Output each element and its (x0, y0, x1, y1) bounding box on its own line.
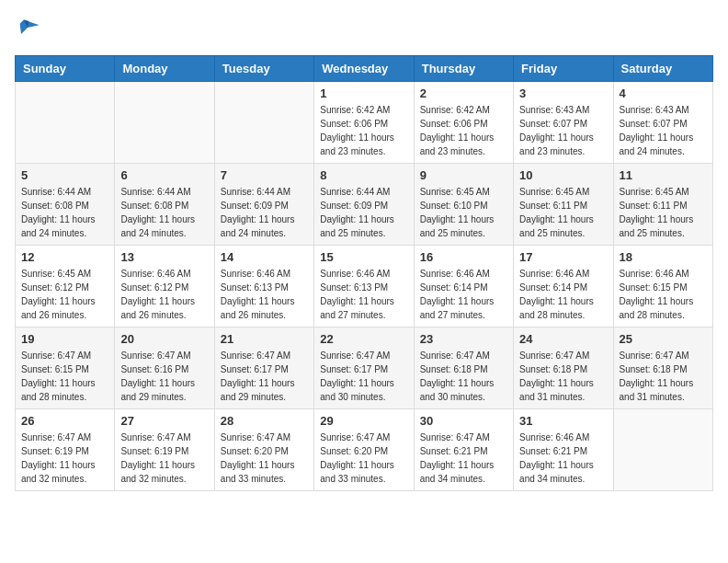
day-info: Sunrise: 6:45 AMSunset: 6:11 PMDaylight:… (519, 185, 607, 240)
calendar-cell: 13 Sunrise: 6:46 AMSunset: 6:12 PMDaylig… (115, 246, 214, 327)
calendar-cell: 1 Sunrise: 6:42 AMSunset: 6:06 PMDayligh… (314, 82, 414, 164)
calendar-header-row: SundayMondayTuesdayWednesdayThursdayFrid… (16, 56, 713, 82)
calendar-cell: 8 Sunrise: 6:44 AMSunset: 6:09 PMDayligh… (314, 164, 414, 246)
calendar-cell: 11 Sunrise: 6:45 AMSunset: 6:11 PMDaylig… (613, 164, 712, 246)
day-number: 18 (620, 250, 707, 264)
day-info: Sunrise: 6:42 AMSunset: 6:06 PMDaylight:… (420, 103, 507, 158)
day-info: Sunrise: 6:47 AMSunset: 6:15 PMDaylight:… (21, 349, 108, 404)
day-number: 19 (21, 332, 108, 346)
day-number: 8 (320, 168, 407, 182)
day-info: Sunrise: 6:46 AMSunset: 6:15 PMDaylight:… (620, 267, 707, 322)
day-number: 13 (120, 250, 208, 264)
calendar-cell: 10 Sunrise: 6:45 AMSunset: 6:11 PMDaylig… (514, 164, 613, 246)
logo (15, 15, 44, 44)
day-info: Sunrise: 6:44 AMSunset: 6:09 PMDaylight:… (320, 185, 407, 240)
day-number: 12 (21, 250, 108, 264)
calendar-cell (613, 409, 712, 491)
calendar-cell: 14 Sunrise: 6:46 AMSunset: 6:13 PMDaylig… (214, 246, 313, 327)
day-info: Sunrise: 6:42 AMSunset: 6:06 PMDaylight:… (320, 103, 407, 158)
day-of-week-header: Thursday (414, 56, 513, 82)
day-info: Sunrise: 6:44 AMSunset: 6:09 PMDaylight:… (221, 185, 308, 240)
day-info: Sunrise: 6:47 AMSunset: 6:20 PMDaylight:… (221, 431, 308, 486)
day-info: Sunrise: 6:47 AMSunset: 6:17 PMDaylight:… (221, 349, 308, 404)
day-info: Sunrise: 6:45 AMSunset: 6:10 PMDaylight:… (420, 185, 507, 240)
day-info: Sunrise: 6:47 AMSunset: 6:19 PMDaylight:… (120, 431, 208, 486)
calendar-cell: 27 Sunrise: 6:47 AMSunset: 6:19 PMDaylig… (115, 409, 214, 491)
day-info: Sunrise: 6:46 AMSunset: 6:14 PMDaylight:… (519, 267, 607, 322)
calendar-cell: 6 Sunrise: 6:44 AMSunset: 6:08 PMDayligh… (115, 164, 214, 246)
calendar-cell: 7 Sunrise: 6:44 AMSunset: 6:09 PMDayligh… (214, 164, 313, 246)
day-number: 5 (21, 168, 108, 182)
calendar-cell: 3 Sunrise: 6:43 AMSunset: 6:07 PMDayligh… (514, 82, 613, 164)
day-info: Sunrise: 6:47 AMSunset: 6:18 PMDaylight:… (620, 349, 707, 404)
calendar-week-row: 26 Sunrise: 6:47 AMSunset: 6:19 PMDaylig… (16, 409, 713, 491)
calendar-week-row: 1 Sunrise: 6:42 AMSunset: 6:06 PMDayligh… (16, 82, 713, 164)
day-info: Sunrise: 6:46 AMSunset: 6:21 PMDaylight:… (519, 431, 607, 486)
day-number: 21 (221, 332, 308, 346)
calendar-cell: 30 Sunrise: 6:47 AMSunset: 6:21 PMDaylig… (414, 409, 513, 491)
day-info: Sunrise: 6:46 AMSunset: 6:13 PMDaylight:… (320, 267, 407, 322)
calendar-cell (214, 82, 313, 164)
calendar-cell (16, 82, 115, 164)
page-header (15, 15, 713, 44)
calendar-week-row: 12 Sunrise: 6:45 AMSunset: 6:12 PMDaylig… (16, 246, 713, 327)
logo-icon (15, 15, 40, 44)
calendar-cell: 25 Sunrise: 6:47 AMSunset: 6:18 PMDaylig… (613, 327, 712, 409)
day-number: 29 (320, 414, 407, 428)
svg-marker-0 (20, 20, 40, 34)
day-of-week-header: Friday (514, 56, 613, 82)
calendar-cell: 16 Sunrise: 6:46 AMSunset: 6:14 PMDaylig… (414, 246, 513, 327)
day-number: 26 (21, 414, 108, 428)
day-of-week-header: Monday (115, 56, 214, 82)
calendar-cell: 26 Sunrise: 6:47 AMSunset: 6:19 PMDaylig… (16, 409, 115, 491)
day-info: Sunrise: 6:44 AMSunset: 6:08 PMDaylight:… (21, 185, 108, 240)
day-info: Sunrise: 6:46 AMSunset: 6:13 PMDaylight:… (221, 267, 308, 322)
day-number: 22 (320, 332, 407, 346)
day-info: Sunrise: 6:47 AMSunset: 6:21 PMDaylight:… (420, 431, 507, 486)
day-number: 4 (620, 86, 707, 100)
calendar-cell: 31 Sunrise: 6:46 AMSunset: 6:21 PMDaylig… (514, 409, 613, 491)
calendar-cell: 2 Sunrise: 6:42 AMSunset: 6:06 PMDayligh… (414, 82, 513, 164)
day-number: 24 (519, 332, 607, 346)
day-info: Sunrise: 6:47 AMSunset: 6:16 PMDaylight:… (120, 349, 208, 404)
day-number: 27 (120, 414, 208, 428)
day-info: Sunrise: 6:47 AMSunset: 6:18 PMDaylight:… (519, 349, 607, 404)
calendar-week-row: 19 Sunrise: 6:47 AMSunset: 6:15 PMDaylig… (16, 327, 713, 409)
calendar-cell (115, 82, 214, 164)
day-number: 3 (519, 86, 607, 100)
day-info: Sunrise: 6:47 AMSunset: 6:17 PMDaylight:… (320, 349, 407, 404)
day-info: Sunrise: 6:44 AMSunset: 6:08 PMDaylight:… (120, 185, 208, 240)
day-of-week-header: Sunday (16, 56, 115, 82)
calendar-cell: 22 Sunrise: 6:47 AMSunset: 6:17 PMDaylig… (314, 327, 414, 409)
day-number: 16 (420, 250, 507, 264)
day-number: 1 (320, 86, 407, 100)
calendar-cell: 4 Sunrise: 6:43 AMSunset: 6:07 PMDayligh… (613, 82, 712, 164)
day-info: Sunrise: 6:46 AMSunset: 6:12 PMDaylight:… (120, 267, 208, 322)
day-info: Sunrise: 6:45 AMSunset: 6:11 PMDaylight:… (620, 185, 707, 240)
calendar-cell: 17 Sunrise: 6:46 AMSunset: 6:14 PMDaylig… (514, 246, 613, 327)
calendar-cell: 18 Sunrise: 6:46 AMSunset: 6:15 PMDaylig… (613, 246, 712, 327)
calendar-cell: 23 Sunrise: 6:47 AMSunset: 6:18 PMDaylig… (414, 327, 513, 409)
day-number: 23 (420, 332, 507, 346)
day-number: 6 (120, 168, 208, 182)
day-info: Sunrise: 6:43 AMSunset: 6:07 PMDaylight:… (620, 103, 707, 158)
day-number: 15 (320, 250, 407, 264)
day-number: 14 (221, 250, 308, 264)
day-info: Sunrise: 6:47 AMSunset: 6:20 PMDaylight:… (320, 431, 407, 486)
day-number: 7 (221, 168, 308, 182)
day-info: Sunrise: 6:43 AMSunset: 6:07 PMDaylight:… (519, 103, 607, 158)
day-number: 10 (519, 168, 607, 182)
day-number: 20 (120, 332, 208, 346)
day-of-week-header: Tuesday (214, 56, 313, 82)
calendar-cell: 5 Sunrise: 6:44 AMSunset: 6:08 PMDayligh… (16, 164, 115, 246)
calendar-cell: 24 Sunrise: 6:47 AMSunset: 6:18 PMDaylig… (514, 327, 613, 409)
day-info: Sunrise: 6:47 AMSunset: 6:18 PMDaylight:… (420, 349, 507, 404)
calendar-cell: 12 Sunrise: 6:45 AMSunset: 6:12 PMDaylig… (16, 246, 115, 327)
day-number: 25 (620, 332, 707, 346)
day-number: 11 (620, 168, 707, 182)
day-of-week-header: Wednesday (314, 56, 414, 82)
calendar-cell: 29 Sunrise: 6:47 AMSunset: 6:20 PMDaylig… (314, 409, 414, 491)
calendar-table: SundayMondayTuesdayWednesdayThursdayFrid… (15, 55, 713, 491)
day-number: 28 (221, 414, 308, 428)
calendar-cell: 20 Sunrise: 6:47 AMSunset: 6:16 PMDaylig… (115, 327, 214, 409)
